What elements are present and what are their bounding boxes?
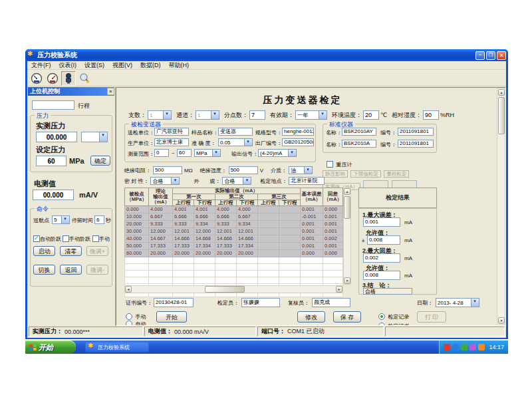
app-icon: [27, 51, 35, 59]
table-row[interactable]: 50.00017.33317.33317.33417.33317.3340.00…: [125, 243, 343, 250]
menu-data[interactable]: 数据(D): [136, 61, 165, 70]
table-cell: [173, 271, 194, 277]
table-cell: 50.000: [125, 243, 149, 250]
allow2-value: 0.008: [363, 271, 400, 280]
table-cell: [149, 264, 173, 271]
scroll-down-icon[interactable]: [344, 277, 350, 284]
table-row[interactable]: 20.0009.3339.3339.3349.3339.3340.0010.00…: [125, 221, 343, 228]
transmitter-icon[interactable]: [61, 71, 76, 86]
scroll-thumb[interactable]: [344, 196, 350, 219]
taskbar-task[interactable]: 压力校验系统: [85, 342, 149, 352]
range-from-input[interactable]: 0: [154, 149, 169, 157]
chevron-down-icon: [61, 216, 69, 223]
tray-icon-orange[interactable]: [478, 344, 485, 350]
std-no-input-1[interactable]: 2011091801: [398, 128, 434, 136]
auto-step-checkbox[interactable]: [33, 235, 40, 242]
cruise-combo[interactable]: 5: [52, 215, 70, 224]
table-row[interactable]: 60.00020.00020.00020.00020.00020.0000.00…: [125, 250, 343, 257]
strength-input[interactable]: 500: [229, 166, 258, 174]
table-row[interactable]: 0.0004.0004.0014.0014.0004.0000.0010.000: [125, 206, 343, 213]
std-name-input-2[interactable]: BSK2010A: [342, 140, 376, 148]
confirm-button[interactable]: 确定: [90, 156, 110, 166]
command-group-title: 命令: [35, 205, 51, 213]
medium-combo[interactable]: 油: [289, 166, 313, 174]
menu-file[interactable]: 文件(F): [27, 61, 55, 70]
scroll-up-icon[interactable]: [344, 188, 350, 195]
pressure-unit-combo[interactable]: [81, 132, 108, 142]
scroll-right-icon[interactable]: [336, 286, 342, 293]
tray-icon-purple[interactable]: [469, 344, 476, 350]
return-button[interactable]: 返回: [60, 265, 82, 275]
dwell-input[interactable]: 6: [94, 215, 104, 224]
electric-value[interactable]: 00.000: [33, 190, 74, 200]
scroll-up-icon[interactable]: [498, 89, 505, 96]
pressure-gauge-blue-icon[interactable]: [29, 71, 44, 86]
measured-pressure-value[interactable]: 00.000: [36, 132, 77, 142]
std-name-input-1[interactable]: BSK2010AY: [342, 128, 376, 136]
close-button[interactable]: [497, 51, 506, 60]
humidity-input[interactable]: 90: [423, 110, 439, 120]
start-button[interactable]: 开始: [25, 340, 76, 354]
range-to-input[interactable]: 60: [177, 149, 192, 157]
pressure-gauge-red-icon[interactable]: [45, 71, 60, 86]
sender-input[interactable]: 广汽菲亚特: [154, 128, 189, 136]
verifier-input[interactable]: 张媛媛: [241, 298, 280, 307]
scroll-left-icon[interactable]: [125, 286, 132, 293]
scroll-down-icon[interactable]: [498, 317, 505, 324]
seal-combo[interactable]: 合格: [150, 177, 180, 185]
table-cell: 12.001: [237, 228, 258, 235]
humidity-unit: %RH: [440, 112, 454, 118]
sample-input[interactable]: 变送器: [218, 128, 253, 136]
place-input[interactable]: 北京计量院: [289, 177, 325, 185]
accuracy-combo[interactable]: 0.05: [218, 138, 253, 146]
magnifier-icon[interactable]: [77, 71, 92, 86]
range-unit-combo[interactable]: MPa: [194, 149, 221, 157]
model-input[interactable]: henghe-0012: [282, 128, 314, 136]
res-input[interactable]: 500: [153, 166, 182, 174]
travel-input[interactable]: [32, 100, 74, 110]
serial-input[interactable]: GB20120508: [282, 138, 314, 146]
menu-help[interactable]: 帮助(H): [165, 61, 194, 70]
maker-input[interactable]: 北京博士康: [154, 138, 189, 146]
points-input[interactable]: 7: [249, 110, 265, 120]
menu-settings[interactable]: 设置(S): [80, 61, 108, 70]
menu-view[interactable]: 视图(V): [108, 61, 136, 70]
tray-icon-blue[interactable]: [452, 344, 459, 350]
panel-close-icon[interactable]: [107, 88, 114, 95]
zero-button[interactable]: 清零: [60, 246, 82, 256]
temp-input[interactable]: 20: [363, 110, 379, 120]
scroll-thumb[interactable]: [205, 286, 245, 293]
begin-button[interactable]: 开始: [156, 311, 187, 323]
set-pressure-value[interactable]: 60: [36, 156, 66, 166]
panel-caption[interactable]: 上位机控制: [28, 87, 114, 96]
table-cell: [237, 277, 258, 284]
output-combo[interactable]: (4-20)mA: [258, 149, 297, 157]
titlebar[interactable]: 压力校验系统: [25, 49, 508, 61]
place-label: 检定地点：: [260, 178, 287, 185]
cert-input[interactable]: 20130428-01: [154, 298, 194, 307]
table-row[interactable]: 30.00012.00012.00112.00012.00112.0010.00…: [125, 228, 343, 235]
tray-icon-red[interactable]: [444, 344, 450, 350]
range-tilde: ~: [172, 150, 175, 156]
start-button[interactable]: 启动: [33, 246, 55, 256]
table-cell: 20.000: [125, 221, 149, 228]
table-row[interactable]: 10.0006.6676.6666.6666.6666.667-0.0010.0…: [125, 213, 343, 221]
manual-step-checkbox[interactable]: [63, 235, 69, 242]
std-no-input-2[interactable]: 2011091801: [398, 140, 434, 148]
maximize-button[interactable]: [486, 51, 495, 60]
date-combo[interactable]: 2013- 4-28: [436, 298, 479, 307]
status-filler: [385, 327, 505, 336]
scroll-thumb[interactable]: [498, 97, 505, 134]
menu-instrument[interactable]: 仪表(I): [55, 61, 81, 70]
switch-button[interactable]: 切换: [33, 265, 55, 275]
table-cell: [258, 250, 279, 257]
minimize-button[interactable]: [475, 51, 485, 60]
table-cell: [173, 264, 194, 271]
tray-icon-green[interactable]: [461, 344, 467, 350]
table-row[interactable]: 40.00014.66714.66614.66814.66614.6660.00…: [125, 235, 343, 243]
manual-checkbox[interactable]: [92, 235, 99, 242]
reviewer-input[interactable]: 颜克成: [312, 298, 350, 307]
save-button[interactable]: 保 存: [333, 311, 361, 323]
modify-button[interactable]: 修改: [297, 311, 325, 323]
appearance-combo[interactable]: 合格: [222, 177, 251, 185]
